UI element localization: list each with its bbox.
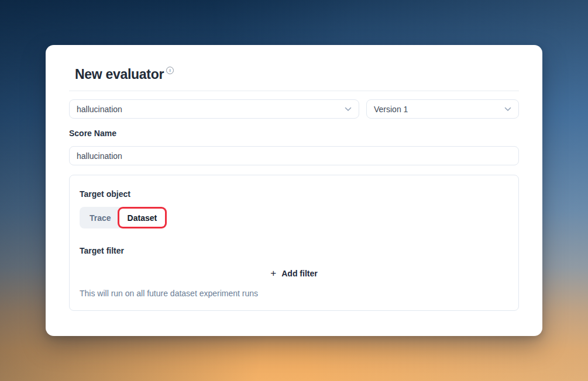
new-evaluator-modal: New evaluator i hallucination Version 1 … (46, 45, 542, 336)
score-name-label: Score Name (69, 129, 519, 138)
chevron-down-icon (345, 107, 352, 112)
tab-trace[interactable]: Trace (81, 209, 119, 227)
tab-dataset[interactable]: Dataset (119, 209, 166, 227)
target-note: This will run on all future dataset expe… (80, 289, 508, 299)
desktop-background: { "theme": { "accent_red": "#ee2e3e", "b… (0, 0, 588, 381)
score-name-input[interactable] (69, 146, 519, 165)
version-select[interactable]: Version 1 (366, 99, 519, 119)
chevron-down-icon (504, 107, 511, 112)
page-title: New evaluator (75, 66, 164, 82)
selects-row: hallucination Version 1 (69, 99, 519, 119)
target-object-segmented-control: Trace Dataset (80, 207, 167, 228)
evaluator-select-value: hallucination (77, 105, 122, 114)
target-object-label: Target object (80, 189, 508, 199)
header-divider (69, 91, 519, 91)
evaluator-select[interactable]: hallucination (69, 99, 359, 119)
add-filter-label: Add filter (281, 269, 317, 278)
add-filter-button[interactable]: + Add filter (270, 269, 317, 278)
version-select-value: Version 1 (374, 105, 408, 114)
modal-header: New evaluator i (46, 45, 542, 82)
target-card: Target object Trace Dataset Target filte… (69, 175, 519, 311)
add-filter-row: + Add filter (80, 269, 508, 278)
plus-icon: + (270, 269, 276, 278)
target-filter-label: Target filter (80, 246, 508, 256)
info-icon[interactable]: i (166, 67, 174, 74)
